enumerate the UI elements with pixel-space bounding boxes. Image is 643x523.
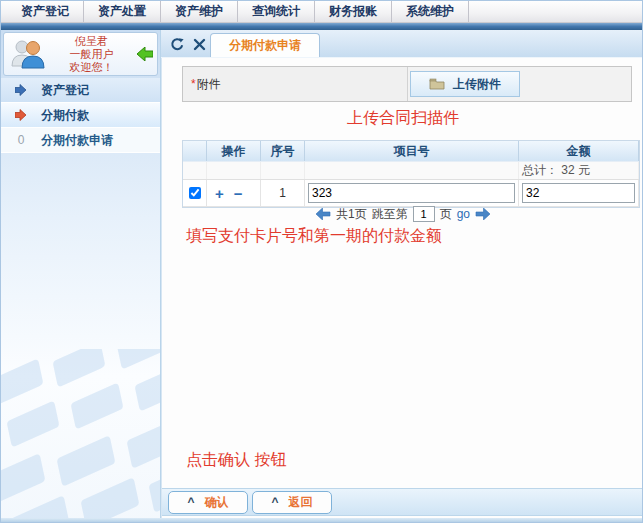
app-window: 资产登记 资产处置 资产维护 查询统计 财务报账 系统维护 倪呈君 一般用户 欢… [0,0,643,523]
confirm-button[interactable]: ^ 确认 [168,491,248,514]
page-suffix-text: 页 [440,206,452,223]
jump-prefix-text: 跳至第 [372,206,408,223]
user-avatar-icon [10,38,46,70]
page-total-text: 共1页 [336,206,367,223]
upload-button-label: 上传附件 [453,76,501,93]
top-blue-strip [1,23,643,30]
table-header-row: 操作 序号 项目号 金额 [183,141,639,161]
annotation-confirm-note: 点击确认 按钮 [186,450,286,471]
total-amount-text: 总计： 32 元 [519,162,639,179]
header-operation: 操作 [207,141,261,161]
sidebar-item-label: 分期付款申请 [41,132,113,149]
required-star: * [191,77,196,91]
upload-attachment-button[interactable]: 上传附件 [410,71,520,97]
user-info: 倪呈君 一般用户 欢迎您！ [46,35,137,74]
content-panel: * 附件 上传附件 上传合同扫描件 [161,58,643,523]
attachment-label: 附件 [197,76,221,93]
sidebar-nav: 资产登记 分期付款 0 分期付款申请 [1,78,161,153]
red-arrow-icon [15,109,27,121]
attachment-button-cell: 上传附件 [408,67,631,101]
sidebar-item-installment-apply[interactable]: 0 分期付款申请 [1,128,161,153]
sidebar: 倪呈君 一般用户 欢迎您！ 资产登记 分期付款 0 [1,30,161,523]
back-button[interactable]: ^ 返回 [252,491,332,514]
attachment-row: * 附件 上传附件 [182,66,632,102]
header-seq: 序号 [261,141,305,161]
go-link[interactable]: go [457,207,470,221]
top-menu-asset-register[interactable]: 资产登记 [7,1,84,22]
header-checkbox-col [183,141,207,161]
caret-icon: ^ [271,497,278,507]
project-number-input[interactable] [308,183,515,203]
keyboard-decoration [1,349,161,523]
next-page-icon[interactable] [475,208,490,220]
amount-input[interactable] [522,183,635,203]
installment-table: 操作 序号 项目号 金额 总计： 32 元 [182,140,640,208]
pagination: 共1页 跳至第 页 go [162,205,643,223]
annotation-upload-note: 上传合同扫描件 [162,108,643,129]
tab-strip: 分期付款申请 [161,30,643,58]
top-menu-asset-disposal[interactable]: 资产处置 [84,1,161,22]
header-project: 项目号 [305,141,519,161]
page-number-input[interactable] [413,206,435,222]
user-name: 倪呈君 [46,35,137,48]
row-checkbox[interactable] [189,187,201,199]
table-summary-row: 总计： 32 元 [183,161,639,180]
item-prefix: 0 [15,133,27,147]
user-welcome: 欢迎您！ [46,61,137,74]
back-button-label: 返回 [289,494,313,511]
top-menu-bar: 资产登记 资产处置 资产维护 查询统计 财务报账 系统维护 [1,1,643,23]
collapse-sidebar-arrow-icon[interactable] [137,47,153,61]
annotation-fill-note: 填写支付卡片号和第一期的付款金额 [186,226,442,247]
close-icon[interactable] [192,37,207,52]
top-menu-finance-report[interactable]: 财务报账 [315,1,392,22]
user-panel: 倪呈君 一般用户 欢迎您！ [3,32,158,76]
header-amount: 金额 [519,141,639,161]
footer-toolbar: ^ 确认 ^ 返回 [162,488,643,516]
add-row-button[interactable]: + [210,185,229,202]
refresh-icon[interactable] [170,37,185,52]
attachment-label-cell: * 附件 [183,67,408,101]
sidebar-item-label: 分期付款 [41,107,89,124]
blue-arrow-icon [15,84,27,96]
sidebar-item-asset-register[interactable]: 资产登记 [1,78,161,103]
main-area: 分期付款申请 * 附件 上传附件 [161,30,643,523]
top-menu-query-stats[interactable]: 查询统计 [238,1,315,22]
prev-page-icon[interactable] [316,208,331,220]
top-menu-asset-maintenance[interactable]: 资产维护 [161,1,238,22]
folder-icon [429,78,445,90]
caret-icon: ^ [187,497,194,507]
table-row: + − 1 [183,180,639,207]
tab-installment-apply[interactable]: 分期付款申请 [210,33,320,57]
remove-row-button[interactable]: − [229,185,248,202]
sidebar-item-installment-payment[interactable]: 分期付款 [1,103,161,128]
row-seq: 1 [261,180,305,206]
bottom-window-edge [1,518,643,522]
sidebar-item-label: 资产登记 [41,82,89,99]
confirm-button-label: 确认 [205,494,229,511]
user-role: 一般用户 [46,48,137,61]
top-menu-system-maintenance[interactable]: 系统维护 [392,1,469,22]
